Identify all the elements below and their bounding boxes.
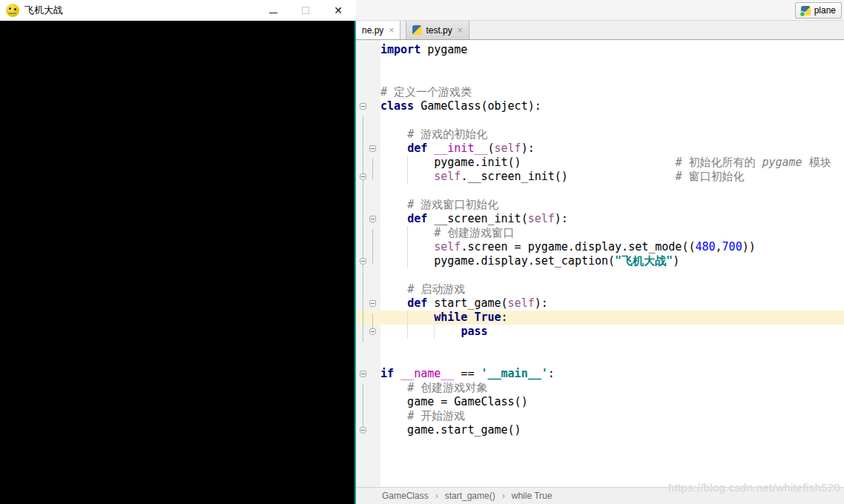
code-line[interactable]: class GameClass(object): — [356, 99, 844, 113]
code-line[interactable]: # 游戏窗口初始化 — [356, 198, 844, 212]
close-button[interactable]: ✕ — [322, 0, 355, 21]
tab-plane-py[interactable]: ne.py × — [356, 21, 400, 39]
code-text[interactable]: while True: — [380, 311, 844, 325]
code-token: # 创建游戏对象 — [407, 381, 487, 394]
fold-collapse-icon[interactable] — [369, 300, 376, 307]
gutter-cell — [356, 325, 380, 339]
gutter-cell — [356, 212, 380, 226]
code-line[interactable]: # 游戏的初始化 — [356, 127, 844, 142]
code-text[interactable] — [380, 57, 844, 71]
code-text[interactable] — [380, 339, 844, 353]
code-line[interactable]: def __init__(self): — [356, 142, 844, 156]
fold-collapse-icon[interactable] — [369, 145, 376, 152]
code-text[interactable]: import pygame — [380, 43, 844, 57]
run-configuration-label: plane — [814, 5, 836, 16]
code-line[interactable]: # 创建游戏对象 — [356, 381, 844, 395]
code-text[interactable]: pass — [380, 325, 844, 339]
maximize-button[interactable] — [289, 0, 322, 21]
code-text[interactable]: # 开始游戏 — [380, 409, 844, 423]
code-text[interactable]: # 创建游戏对象 — [380, 381, 844, 395]
code-line[interactable] — [356, 57, 844, 71]
code-line[interactable]: self.__screen_init() # 窗口初始化 — [356, 170, 844, 184]
fold-collapse-icon[interactable] — [369, 216, 376, 222]
gutter-cell — [356, 43, 380, 57]
minimize-button[interactable] — [257, 0, 289, 21]
code-text[interactable]: # 游戏窗口初始化 — [380, 198, 844, 212]
breadcrumb-item-method[interactable]: start_game() — [445, 491, 495, 501]
code-line[interactable]: while True: — [356, 311, 844, 325]
code-token — [380, 142, 407, 155]
code-text[interactable]: class GameClass(object): — [380, 99, 844, 113]
code-text[interactable]: self.__screen_init() # 窗口初始化 — [380, 170, 844, 184]
gutter-cell — [356, 339, 380, 353]
game-canvas[interactable] — [0, 21, 355, 504]
code-line[interactable] — [356, 353, 844, 367]
code-text[interactable]: def __screen_init(self): — [380, 212, 844, 226]
code-text[interactable]: self.screen = pygame.display.set_mode((4… — [380, 240, 844, 254]
code-text[interactable]: # 创建游戏窗口 — [380, 226, 844, 240]
fold-end-icon[interactable] — [369, 328, 376, 335]
code-text[interactable] — [380, 184, 844, 198]
code-text[interactable]: def start_game(self): — [380, 296, 844, 311]
code-text[interactable] — [380, 268, 844, 282]
code-text[interactable]: if __name__ == '__main__': — [380, 367, 844, 381]
code-text[interactable]: # 游戏的初始化 — [380, 127, 844, 142]
code-line[interactable]: # 定义一个游戏类 — [356, 85, 844, 99]
code-text[interactable]: def __init__(self): — [380, 142, 844, 156]
run-configuration-selector[interactable]: plane — [795, 2, 842, 19]
code-line[interactable] — [356, 113, 844, 127]
indent-guide — [407, 254, 408, 268]
code-line[interactable]: pygame.display.set_caption("飞机大战") — [356, 254, 844, 268]
code-editor[interactable]: import pygame# 定义一个游戏类class GameClass(ob… — [356, 40, 844, 487]
pygame-titlebar[interactable]: 飞机大战 ✕ — [0, 0, 355, 21]
code-line[interactable]: # 开始游戏 — [356, 409, 844, 423]
breadcrumb-item-class[interactable]: GameClass — [382, 491, 429, 501]
fold-collapse-icon[interactable] — [360, 371, 366, 377]
code-line[interactable]: def __screen_init(self): — [356, 212, 844, 226]
code-line[interactable]: # 创建游戏窗口 — [356, 226, 844, 240]
code-line[interactable]: def start_game(self): — [356, 296, 844, 311]
gutter-cell — [356, 282, 380, 296]
code-text[interactable]: game.start_game() — [380, 423, 844, 437]
tab-test-py[interactable]: test.py × — [406, 21, 469, 39]
code-line[interactable]: if __name__ == '__main__': — [356, 367, 844, 381]
code-token: )) — [742, 240, 756, 253]
code-line[interactable] — [356, 71, 844, 85]
code-line[interactable] — [356, 184, 844, 198]
fold-end-icon[interactable] — [360, 258, 366, 265]
fold-end-icon[interactable] — [360, 173, 366, 180]
code-line[interactable]: game.start_game() — [356, 423, 844, 437]
code-line[interactable]: # 启动游戏 — [356, 282, 844, 296]
code-line[interactable]: game = GameClass() — [356, 395, 844, 409]
fold-end-icon[interactable] — [360, 427, 366, 434]
tab-close-icon[interactable]: × — [389, 26, 394, 35]
code-line[interactable]: pass — [356, 325, 844, 339]
code-token: True — [474, 311, 501, 324]
code-text[interactable] — [380, 71, 844, 85]
code-text[interactable]: # 定义一个游戏类 — [380, 85, 844, 99]
code-text[interactable] — [380, 353, 844, 367]
code-token: pygame — [762, 156, 802, 169]
fold-connector — [372, 159, 373, 179]
code-token — [394, 367, 400, 380]
tab-close-icon[interactable]: × — [458, 26, 463, 35]
code-line[interactable] — [356, 339, 844, 353]
code-token: # 游戏的初始化 — [407, 127, 487, 141]
code-token: game = GameClass() — [380, 395, 528, 408]
code-line[interactable] — [356, 268, 844, 282]
code-text[interactable]: game = GameClass() — [380, 395, 844, 409]
fold-collapse-icon[interactable] — [360, 103, 366, 110]
code-line[interactable]: import pygame — [356, 43, 844, 57]
code-token: '__main__' — [481, 367, 547, 380]
code-token: # 开始游戏 — [407, 409, 465, 422]
python-file-icon — [412, 25, 422, 35]
breadcrumb-item-statement[interactable]: while True — [512, 491, 553, 501]
indent-guide — [407, 170, 408, 184]
code-line[interactable]: self.screen = pygame.display.set_mode((4… — [356, 240, 844, 254]
code-token: # 游戏窗口初始化 — [407, 198, 498, 211]
code-text[interactable]: pygame.init() # 初始化所有的 pygame 模块 — [380, 156, 844, 170]
code-text[interactable] — [380, 113, 844, 127]
code-text[interactable]: pygame.display.set_caption("飞机大战") — [380, 254, 844, 268]
code-text[interactable]: # 启动游戏 — [380, 282, 844, 296]
code-line[interactable]: pygame.init() # 初始化所有的 pygame 模块 — [356, 156, 844, 170]
